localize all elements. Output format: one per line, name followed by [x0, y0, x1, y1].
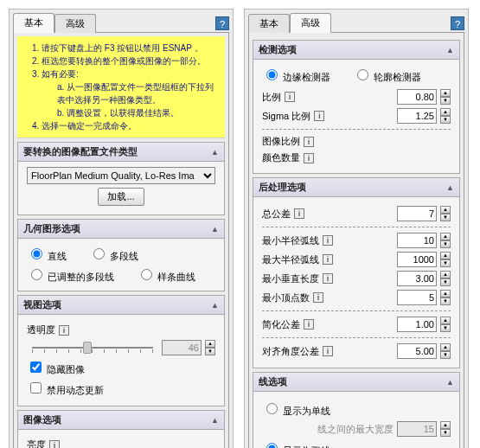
total-tol-input[interactable] — [397, 206, 437, 221]
group-image-header[interactable]: 图像选项 ▲ — [17, 410, 225, 430]
chevron-up-icon: ▲ — [211, 225, 219, 234]
group-detect-body: 边缘检测器 轮廓检测器 比例 i ▲▼ Sigma 比例 i ▲▼ 图像比例 i — [253, 60, 460, 174]
chevron-up-icon: ▲ — [211, 416, 219, 425]
spinner[interactable]: ▲▼ — [440, 343, 451, 359]
simplify-tol-label: 简化公差 — [262, 318, 300, 331]
spinner[interactable]: ▲▼ — [440, 108, 451, 124]
spinner[interactable]: ▲▼ — [440, 233, 451, 248]
help-icon[interactable]: ? — [215, 16, 229, 30]
info-icon[interactable]: i — [285, 92, 295, 102]
notice-line: 请按下键盘上的 F3 按钮以禁用 ESNAP 。 — [42, 42, 216, 54]
spinner[interactable]: ▲▼ — [440, 252, 451, 267]
load-button[interactable]: 加载... — [98, 188, 144, 206]
group-title: 检测选项 — [259, 43, 297, 56]
group-title: 几何图形选项 — [23, 222, 80, 235]
spinner[interactable]: ▲▼ — [205, 340, 215, 355]
right-panel: 基本 高级 ? 检测选项 ▲ 边缘检测器 轮廓检测器 比例 i ▲▼ Sigma… — [244, 9, 469, 448]
tab-advanced[interactable]: 高级 — [290, 13, 331, 33]
min-vert-len-input[interactable] — [397, 271, 437, 286]
info-icon[interactable]: i — [294, 208, 304, 219]
notice-subline: b. 调整设置，以获得最佳结果。 — [57, 106, 216, 119]
min-vert-len-label: 最小垂直长度 — [262, 272, 319, 285]
min-vertices-label: 最小顶点数 — [262, 291, 310, 304]
spinner[interactable]: ▲▼ — [440, 317, 451, 332]
chevron-up-icon: ▲ — [446, 183, 454, 192]
radio-single-line[interactable]: 显示为单线 — [262, 400, 330, 418]
group-detect-header[interactable]: 检测选项 ▲ — [253, 40, 460, 60]
group-title: 图像选项 — [23, 413, 61, 426]
ratio-label: 比例 — [262, 91, 281, 104]
group-title: 后处理选项 — [259, 181, 306, 194]
color-count-label: 颜色数量 — [262, 151, 300, 164]
max-arc-label: 最大半径弧线 — [262, 253, 319, 266]
notice-line: 框选您要转换的整个图像或图像的一部分。 — [42, 54, 216, 67]
info-icon[interactable]: i — [323, 273, 333, 284]
info-icon[interactable]: i — [304, 153, 314, 163]
group-image-body: 亮度 i ▲▼ — [17, 430, 225, 448]
radio-double-line[interactable]: 显示为双线 — [262, 440, 330, 448]
group-view-header[interactable]: 视图选项 ▲ — [17, 295, 225, 315]
tabs-left: 基本 高级 ? — [13, 13, 229, 32]
chevron-up-icon: ▲ — [211, 148, 219, 157]
group-profile-body: FloorPlan Medium Quality, Lo-Res Ima 加载.… — [17, 162, 225, 215]
min-arc-input[interactable] — [397, 233, 437, 248]
notice-line: 选择一确定一完成命令。 — [42, 119, 216, 132]
info-icon[interactable]: i — [304, 319, 314, 330]
tabs-right: 基本 高级 ? — [248, 13, 464, 32]
radio-contour[interactable]: 轮廓检测器 — [353, 67, 421, 84]
spinner[interactable]: ▲▼ — [440, 206, 451, 221]
sigma-input[interactable] — [397, 108, 437, 124]
info-icon[interactable]: i — [304, 137, 314, 147]
group-post-header[interactable]: 后处理选项 ▲ — [253, 177, 460, 197]
radio-tuned-polyline[interactable]: 已调整的多段线 — [27, 266, 114, 284]
simplify-tol-input[interactable] — [397, 317, 437, 332]
spinner[interactable]: ▲▼ — [440, 89, 451, 105]
min-vertices-input[interactable] — [397, 290, 437, 305]
max-width-input — [397, 421, 437, 437]
radio-line[interactable]: 直线 — [27, 246, 67, 263]
ratio-input[interactable] — [397, 89, 437, 105]
help-icon[interactable]: ? — [451, 16, 464, 30]
chevron-up-icon: ▲ — [446, 46, 454, 54]
radio-edge[interactable]: 边缘检测器 — [262, 67, 330, 84]
radio-spline[interactable]: 样条曲线 — [137, 266, 195, 284]
total-tol-label: 总公差 — [262, 208, 291, 221]
info-icon[interactable]: i — [59, 325, 69, 336]
chk-hide-image[interactable]: 隐藏图像 — [27, 359, 85, 376]
align-tol-input[interactable] — [397, 343, 437, 359]
left-body: 请按下键盘上的 F3 按钮以禁用 ESNAP 。 框选您要转换的整个图像或图像的… — [13, 32, 229, 448]
spinner[interactable]: ▲▼ — [440, 271, 451, 286]
max-arc-input[interactable] — [397, 252, 437, 267]
group-view-body: 透明度 i ▲▼ 隐藏图像 禁用动态更新 — [17, 315, 225, 406]
left-panel: 基本 高级 ? 请按下键盘上的 F3 按钮以禁用 ESNAP 。 框选您要转换的… — [9, 9, 234, 448]
tab-advanced[interactable]: 高级 — [54, 14, 96, 33]
chk-disable-dynamic[interactable]: 禁用动态更新 — [27, 380, 104, 397]
group-post-body: 总公差 i ▲▼ 最小半径弧线 i ▲▼ 最大半径弧线 i ▲▼ — [253, 197, 460, 368]
chevron-up-icon: ▲ — [446, 378, 454, 387]
spinner[interactable]: ▲▼ — [440, 290, 451, 305]
info-icon[interactable]: i — [323, 254, 333, 265]
group-title: 要转换的图像配置文件类型 — [23, 145, 138, 158]
info-icon[interactable]: i — [313, 292, 323, 303]
group-line-header[interactable]: 线选项 ▲ — [253, 372, 460, 392]
info-icon[interactable]: i — [323, 346, 333, 356]
max-width-label: 线之间的最大宽度 — [317, 423, 394, 436]
tab-basic[interactable]: 基本 — [13, 13, 54, 33]
transparency-slider[interactable] — [32, 340, 153, 355]
notice-line: 如有必要: a. 从一图像配置文件一类型组框的下拉列表中选择另一种图像类型。 b… — [42, 67, 216, 119]
notice-box: 请按下键盘上的 F3 按钮以禁用 ESNAP 。 框选您要转换的整个图像或图像的… — [17, 36, 225, 138]
profile-select[interactable]: FloorPlan Medium Quality, Lo-Res Ima — [27, 167, 215, 184]
group-geom-header[interactable]: 几何图形选项 ▲ — [17, 219, 225, 239]
group-geom-body: 直线 多段线 已调整的多段线 样条曲线 — [17, 239, 225, 291]
info-icon[interactable]: i — [314, 111, 324, 121]
group-line-body: 显示为单线 线之间的最大宽度 ▲▼ 显示为双线 — [253, 392, 460, 448]
brightness-label: 亮度 — [27, 438, 46, 448]
tab-basic[interactable]: 基本 — [248, 14, 290, 33]
group-title: 线选项 — [259, 375, 287, 388]
transparency-label: 透明度 — [27, 323, 55, 336]
group-profile-header[interactable]: 要转换的图像配置文件类型 ▲ — [17, 142, 225, 162]
group-title: 视图选项 — [23, 298, 61, 311]
radio-polyline[interactable]: 多段线 — [89, 246, 138, 263]
info-icon[interactable]: i — [49, 440, 60, 449]
info-icon[interactable]: i — [323, 235, 333, 246]
